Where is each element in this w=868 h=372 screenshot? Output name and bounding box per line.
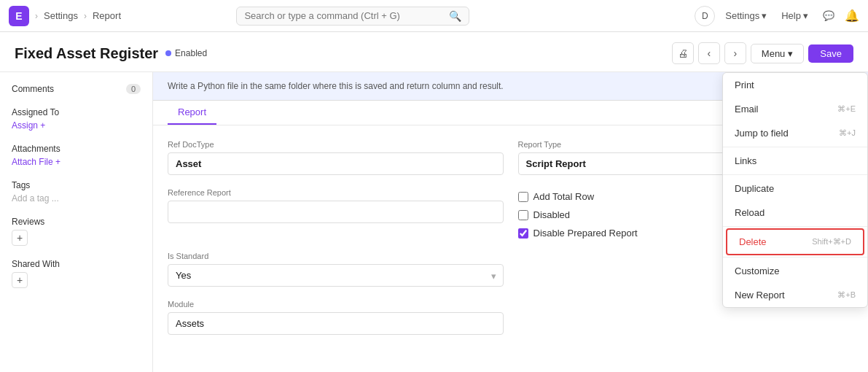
- menu-divider-3: [723, 226, 867, 227]
- menu-divider-1: [723, 147, 867, 147]
- search-input[interactable]: [244, 10, 445, 21]
- shared-with-label: Shared With: [12, 259, 141, 269]
- sidebar: Comments 0 Assigned To Assign + Attachme…: [0, 72, 153, 372]
- chevron-down-icon: ▾: [762, 10, 767, 21]
- sidebar-reviews-section: Reviews +: [12, 217, 141, 246]
- is-standard-select[interactable]: Yes No: [168, 264, 504, 287]
- search-bar[interactable]: 🔍: [236, 7, 469, 26]
- prev-icon-btn[interactable]: ‹: [698, 42, 720, 64]
- tab-report[interactable]: Report: [168, 101, 216, 125]
- shared-add-btn[interactable]: +: [12, 272, 28, 288]
- ref-doctype-group: Ref DocType: [168, 140, 504, 175]
- reviews-label: Reviews: [12, 217, 141, 227]
- is-standard-group: Is Standard Yes No: [168, 252, 504, 287]
- ref-doctype-label: Ref DocType: [168, 140, 504, 149]
- reviews-add-btn[interactable]: +: [12, 230, 28, 246]
- disabled-checkbox[interactable]: [518, 210, 528, 220]
- menu-item-reload[interactable]: Reload: [723, 201, 867, 225]
- status-dot: [165, 50, 171, 56]
- add-total-row-checkbox[interactable]: [518, 192, 528, 202]
- disable-prepared-report-checkbox[interactable]: [518, 228, 528, 239]
- sidebar-comments-section: Comments 0: [12, 84, 141, 94]
- sidebar-comments-label: Comments 0: [12, 84, 141, 94]
- reference-report-input[interactable]: [168, 201, 504, 223]
- nav-chevron-1: ›: [35, 11, 38, 21]
- module-label: Module: [168, 300, 504, 309]
- module-input[interactable]: [168, 312, 504, 335]
- nav-report-link[interactable]: Report: [93, 10, 121, 21]
- bell-icon[interactable]: 🔔: [845, 9, 859, 23]
- user-badge[interactable]: D: [695, 6, 715, 26]
- ref-doctype-input[interactable]: [168, 152, 504, 175]
- main-layout: Comments 0 Assigned To Assign + Attachme…: [0, 72, 868, 372]
- assigned-to-label: Assigned To: [12, 107, 141, 117]
- print-icon-btn[interactable]: 🖨: [672, 42, 694, 64]
- menu-divider-2: [723, 174, 867, 175]
- page-header: Fixed Asset Register Enabled 🖨 ‹ › Menu …: [0, 32, 868, 72]
- dropdown-menu: Print Email ⌘+E Jump to field ⌘+J Links …: [722, 72, 868, 308]
- sidebar-tags-section: Tags Add a tag ...: [12, 180, 141, 204]
- menu-item-delete[interactable]: Delete Shift+⌘+D: [726, 228, 864, 255]
- page-title: Fixed Asset Register: [15, 45, 158, 62]
- nav-settings-link[interactable]: Settings: [44, 10, 78, 21]
- menu-item-new-report[interactable]: New Report ⌘+B: [723, 283, 867, 307]
- settings-nav-btn[interactable]: Settings ▾: [721, 7, 771, 24]
- menu-item-links[interactable]: Links: [723, 149, 867, 173]
- menu-item-jump-to-field[interactable]: Jump to field ⌘+J: [723, 121, 867, 145]
- attachments-label: Attachments: [12, 144, 141, 154]
- content-area: Write a Python file in the same folder w…: [153, 72, 868, 372]
- is-standard-select-wrapper: Yes No: [168, 264, 504, 287]
- nav-chevron-2: ›: [84, 11, 87, 21]
- menu-item-customize[interactable]: Customize: [723, 259, 867, 283]
- assign-action[interactable]: Assign +: [12, 120, 141, 131]
- search-icon: 🔍: [449, 10, 461, 22]
- chevron-down-icon-help: ▾: [803, 10, 808, 21]
- next-icon-btn[interactable]: ›: [724, 42, 746, 64]
- is-standard-label: Is Standard: [168, 252, 504, 260]
- save-button[interactable]: Save: [808, 44, 853, 63]
- menu-divider-4: [723, 257, 867, 257]
- sidebar-assigned-section: Assigned To Assign +: [12, 107, 141, 131]
- header-actions: 🖨 ‹ › Menu ▾ Save: [672, 42, 853, 64]
- reference-report-group: Reference Report: [168, 188, 504, 239]
- menu-button[interactable]: Menu ▾: [751, 44, 805, 63]
- sidebar-shared-section: Shared With +: [12, 259, 141, 288]
- reference-report-label: Reference Report: [168, 188, 504, 197]
- tags-label: Tags: [12, 180, 141, 190]
- status-badge: Enabled: [165, 48, 207, 58]
- attach-action[interactable]: Attach File +: [12, 157, 141, 167]
- comments-count: 0: [126, 84, 141, 94]
- add-tag-action[interactable]: Add a tag ...: [12, 193, 141, 204]
- chat-icon[interactable]: 💬: [818, 7, 839, 24]
- sidebar-attachments-section: Attachments Attach File +: [12, 144, 141, 167]
- menu-item-email[interactable]: Email ⌘+E: [723, 97, 867, 121]
- module-group: Module: [168, 300, 504, 335]
- chevron-down-icon-menu: ▾: [788, 48, 793, 59]
- top-nav: E › Settings › Report 🔍 D Settings ▾ Hel…: [0, 0, 868, 32]
- menu-item-duplicate[interactable]: Duplicate: [723, 177, 867, 201]
- help-nav-btn[interactable]: Help ▾: [777, 7, 813, 24]
- nav-right: D Settings ▾ Help ▾ 💬 🔔: [695, 6, 859, 26]
- menu-item-print[interactable]: Print: [723, 73, 867, 97]
- app-icon[interactable]: E: [9, 6, 29, 26]
